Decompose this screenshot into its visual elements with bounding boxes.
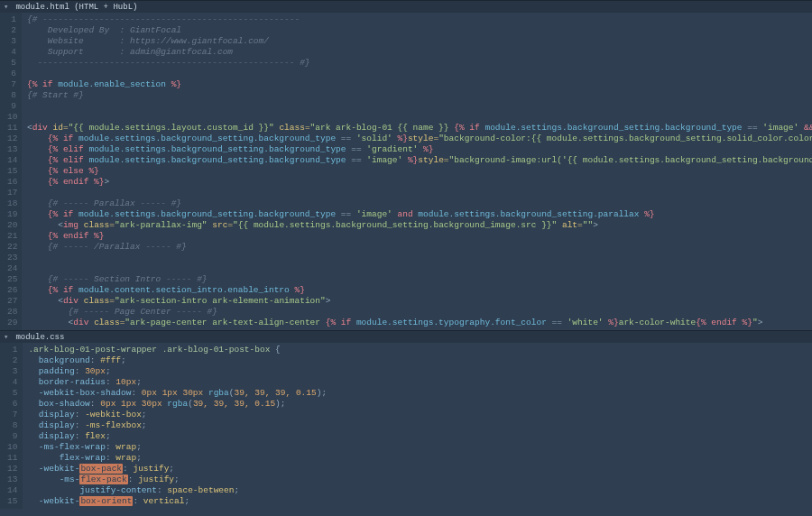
line-number: 9 bbox=[7, 101, 16, 112]
code-line[interactable]: -webkit-box-pack: justify; bbox=[28, 464, 327, 475]
line-number: 5 bbox=[7, 58, 16, 69]
line-number: 3 bbox=[7, 366, 17, 377]
code-line[interactable]: .ark-blog-01-post-wrapper .ark-blog-01-p… bbox=[28, 345, 327, 355]
line-number: 10 bbox=[7, 442, 17, 453]
top-code[interactable]: {# -------------------------------------… bbox=[22, 13, 812, 330]
code-line[interactable]: justify-content: space-between; bbox=[28, 485, 327, 496]
code-line[interactable] bbox=[27, 188, 812, 198]
line-number: 16 bbox=[7, 177, 16, 188]
line-number: 15 bbox=[7, 496, 17, 507]
line-number: 21 bbox=[7, 231, 16, 242]
code-line[interactable]: <div class="ark-page-center ark-text-ali… bbox=[27, 318, 812, 328]
line-number: 22 bbox=[7, 242, 16, 253]
code-line[interactable] bbox=[27, 101, 812, 112]
line-number: 13 bbox=[7, 475, 17, 485]
code-line[interactable] bbox=[27, 69, 812, 79]
code-line[interactable] bbox=[27, 112, 812, 123]
code-line[interactable]: Developed By : GiantFocal bbox=[27, 25, 812, 36]
line-number: 7 bbox=[7, 79, 16, 90]
chevron-down-icon: ▾ bbox=[4, 1, 11, 14]
code-line[interactable]: {% if module.settings.background_setting… bbox=[27, 134, 812, 144]
code-line[interactable]: {% if module.content.section_intro.enabl… bbox=[27, 285, 812, 296]
code-line[interactable]: {# -------------------------------------… bbox=[27, 14, 812, 25]
code-line[interactable]: Website : https://www.giantfocal.com/ bbox=[27, 36, 812, 47]
line-number: 4 bbox=[7, 377, 17, 388]
code-line[interactable]: -ms-flex-wrap: wrap; bbox=[28, 442, 327, 453]
line-number: 20 bbox=[7, 220, 16, 231]
line-number: 29 bbox=[7, 318, 16, 328]
code-line[interactable] bbox=[27, 263, 812, 274]
line-number: 26 bbox=[7, 285, 16, 296]
line-number: 2 bbox=[7, 355, 17, 366]
line-number: 6 bbox=[7, 69, 16, 79]
line-number: 1 bbox=[7, 14, 16, 25]
line-number: 11 bbox=[7, 123, 16, 134]
line-number: 24 bbox=[7, 263, 16, 274]
code-line[interactable]: -webkit-box-orient: vertical; bbox=[28, 496, 327, 507]
code-line[interactable]: {# ----- Page Center ----- #} bbox=[27, 307, 812, 318]
line-number: 11 bbox=[7, 453, 17, 464]
code-line[interactable]: <img class="ark-parallax-img" src="{{ mo… bbox=[27, 220, 812, 231]
code-line[interactable]: display: -webkit-box; bbox=[28, 410, 327, 420]
code-line[interactable]: {# ----- Parallax ----- #} bbox=[27, 198, 812, 209]
code-line[interactable]: -webkit-box-shadow: 0px 1px 30px rgba(39… bbox=[28, 388, 327, 399]
line-number: 8 bbox=[7, 90, 16, 101]
line-number: 28 bbox=[7, 307, 16, 318]
code-line[interactable]: {% if module.enable_section %} bbox=[27, 79, 812, 90]
code-line[interactable]: display: flex; bbox=[28, 431, 327, 442]
line-number: 10 bbox=[7, 112, 16, 123]
code-line[interactable]: {% endif %}> bbox=[27, 177, 812, 188]
code-line[interactable]: Support : admin@giantfocal.com bbox=[27, 47, 812, 58]
code-line[interactable]: ----------------------------------------… bbox=[27, 58, 812, 69]
line-number: 3 bbox=[7, 36, 16, 47]
top-editor[interactable]: 1234567891011121314151617181920212223242… bbox=[0, 13, 812, 330]
code-line[interactable]: padding: 30px; bbox=[28, 366, 327, 377]
line-number: 19 bbox=[7, 209, 16, 220]
line-number: 17 bbox=[7, 188, 16, 198]
line-number: 9 bbox=[7, 431, 17, 442]
bottom-editor[interactable]: 123456789101112131415 .ark-blog-01-post-… bbox=[0, 343, 812, 509]
code-line[interactable]: {# ----- Section Intro ----- #} bbox=[27, 274, 812, 285]
line-number: 18 bbox=[7, 198, 16, 209]
top-file-title: module.html (HTML + HubL) bbox=[15, 3, 137, 12]
line-number: 8 bbox=[7, 420, 17, 431]
code-line[interactable]: display: -ms-flexbox; bbox=[28, 420, 327, 431]
code-line[interactable] bbox=[27, 253, 812, 263]
line-number: 15 bbox=[7, 166, 16, 177]
line-number: 13 bbox=[7, 144, 16, 155]
line-number: 6 bbox=[7, 399, 17, 410]
code-line[interactable]: background: #fff; bbox=[28, 355, 327, 366]
code-line[interactable]: box-shadow: 0px 1px 30px rgba(39, 39, 39… bbox=[28, 399, 327, 410]
line-number: 25 bbox=[7, 274, 16, 285]
code-line[interactable]: {# ----- /Parallax ----- #} bbox=[27, 242, 812, 253]
chevron-down-icon: ▾ bbox=[4, 331, 11, 344]
bottom-gutter: 123456789101112131415 bbox=[0, 343, 23, 509]
code-line[interactable]: <div class="ark-section-intro ark-elemen… bbox=[27, 296, 812, 307]
line-number: 1 bbox=[7, 345, 17, 355]
bottom-code[interactable]: .ark-blog-01-post-wrapper .ark-blog-01-p… bbox=[23, 343, 327, 509]
code-line[interactable]: {% elif module.settings.background_setti… bbox=[27, 155, 812, 166]
code-line[interactable]: border-radius: 10px; bbox=[28, 377, 327, 388]
line-number: 2 bbox=[7, 25, 16, 36]
code-line[interactable]: flex-wrap: wrap; bbox=[28, 453, 327, 464]
code-line[interactable]: -ms-flex-pack: justify; bbox=[28, 475, 327, 485]
line-number: 5 bbox=[7, 388, 17, 399]
code-line[interactable]: {# Start #} bbox=[27, 90, 812, 101]
line-number: 4 bbox=[7, 47, 16, 58]
line-number: 23 bbox=[7, 253, 16, 263]
line-number: 27 bbox=[7, 296, 16, 307]
line-number: 7 bbox=[7, 410, 17, 420]
bottom-file-title: module.css bbox=[15, 333, 64, 342]
code-line[interactable]: {% else %} bbox=[27, 166, 812, 177]
top-gutter: 1234567891011121314151617181920212223242… bbox=[0, 13, 22, 330]
code-line[interactable]: <div id="{{ module.settings.layout.custo… bbox=[27, 123, 812, 134]
line-number: 12 bbox=[7, 134, 16, 144]
top-file-tab[interactable]: ▾ module.html (HTML + HubL) bbox=[0, 0, 812, 13]
line-number: 12 bbox=[7, 464, 17, 475]
line-number: 14 bbox=[7, 155, 16, 166]
code-line[interactable]: {% endif %} bbox=[27, 231, 812, 242]
bottom-file-tab[interactable]: ▾ module.css bbox=[0, 330, 812, 343]
code-line[interactable]: {% elif module.settings.background_setti… bbox=[27, 144, 812, 155]
line-number: 14 bbox=[7, 485, 17, 496]
code-line[interactable]: {% if module.settings.background_setting… bbox=[27, 209, 812, 220]
